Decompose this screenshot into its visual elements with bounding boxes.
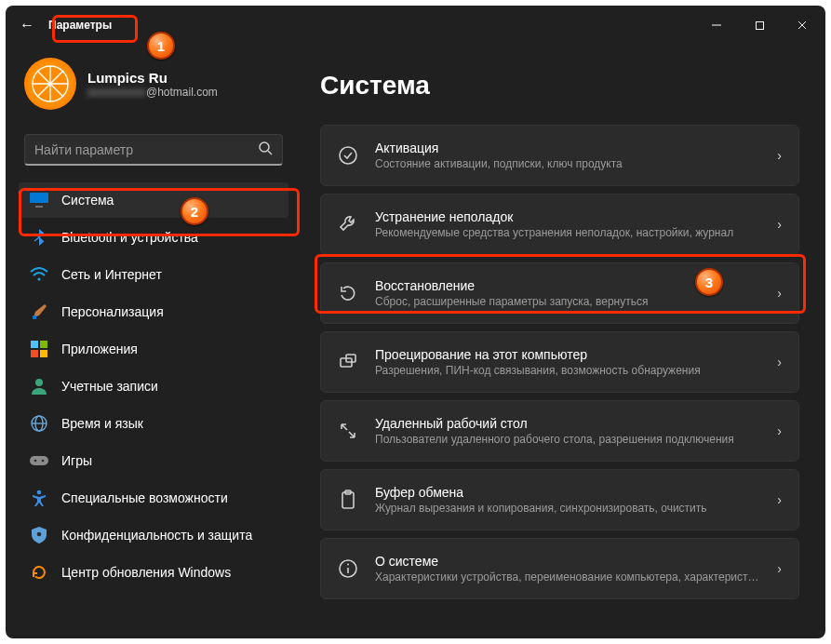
- sidebar-item-personalization[interactable]: Персонализация: [19, 294, 288, 329]
- chevron-right-icon: ›: [777, 561, 782, 576]
- chevron-right-icon: ›: [777, 355, 782, 369]
- sidebar-item-label: Сеть и Интернет: [61, 267, 162, 282]
- minimize-button[interactable]: [695, 10, 738, 40]
- chevron-right-icon: ›: [777, 492, 782, 507]
- card-desc: Характеристики устройства, переименовани…: [375, 570, 760, 584]
- card-desc: Рекомендуемые средства устранения непола…: [375, 226, 760, 239]
- card-troubleshoot[interactable]: Устранение неполадокРекомендуемые средст…: [320, 194, 799, 255]
- back-button[interactable]: ←: [13, 11, 41, 39]
- remote-icon: [338, 421, 358, 441]
- sidebar-item-label: Bluetooth и устройства: [61, 230, 198, 245]
- sidebar-item-label: Игры: [61, 453, 92, 468]
- sidebar-item-time-language[interactable]: Время и язык: [19, 406, 288, 441]
- svg-point-15: [37, 277, 40, 280]
- svg-point-28: [37, 490, 42, 495]
- card-title: Устранение неполадок: [375, 209, 760, 224]
- card-title: Активация: [375, 141, 760, 155]
- maximize-button[interactable]: [738, 10, 781, 40]
- card-title: О системе: [375, 554, 760, 569]
- svg-point-37: [347, 564, 349, 566]
- svg-point-30: [340, 147, 356, 164]
- card-desc: Сброс, расширенные параметры запуска, ве…: [375, 295, 760, 308]
- search-input[interactable]: [34, 142, 258, 157]
- sidebar-item-label: Персонализация: [61, 304, 164, 319]
- sidebar-item-label: Центр обновления Windows: [61, 565, 231, 580]
- card-title: Проецирование на этот компьютер: [375, 347, 760, 362]
- sidebar-item-bluetooth[interactable]: Bluetooth и устройства: [19, 220, 288, 255]
- card-desc: Разрешения, ПИН-код связывания, возможно…: [375, 364, 760, 377]
- card-title: Буфер обмена: [375, 485, 760, 500]
- card-clipboard[interactable]: Буфер обменаЖурнал вырезания и копирован…: [320, 469, 799, 530]
- svg-rect-16: [33, 315, 36, 319]
- svg-rect-17: [31, 341, 38, 348]
- svg-rect-1: [756, 21, 763, 29]
- svg-rect-13: [30, 203, 48, 206]
- card-title: Удаленный рабочий стол: [375, 416, 760, 431]
- settings-cards: АктивацияСостояние активации, подписки, …: [320, 125, 799, 599]
- card-desc: Журнал вырезания и копирования, синхрони…: [375, 502, 760, 515]
- sidebar: Lumpics Ru xxxxxxxxx@hotmail.com Система: [6, 45, 294, 638]
- sidebar-item-system[interactable]: Система: [19, 182, 288, 218]
- sidebar-item-network[interactable]: Сеть и Интернет: [19, 257, 288, 292]
- svg-point-27: [42, 460, 45, 463]
- svg-rect-14: [35, 206, 43, 208]
- person-icon: [30, 377, 48, 396]
- card-desc: Состояние активации, подписки, ключ прод…: [375, 157, 760, 170]
- close-button[interactable]: [781, 10, 824, 40]
- svg-rect-25: [30, 456, 48, 465]
- sidebar-item-label: Система: [61, 193, 114, 208]
- main-content: Система АктивацияСостояние активации, по…: [294, 45, 825, 638]
- profile-block[interactable]: Lumpics Ru xxxxxxxxx@hotmail.com: [24, 58, 288, 110]
- sidebar-item-gaming[interactable]: Игры: [19, 443, 288, 478]
- bluetooth-icon: [30, 228, 48, 247]
- wifi-icon: [30, 265, 48, 284]
- svg-point-21: [35, 379, 43, 386]
- card-recovery[interactable]: ВосстановлениеСброс, расширенные парамет…: [320, 262, 799, 324]
- gamepad-icon: [30, 451, 48, 470]
- nav-list: Система Bluetooth и устройства Сеть и Ин…: [19, 182, 288, 590]
- app-title: Параметры: [48, 19, 112, 32]
- project-icon: [338, 352, 358, 372]
- svg-point-10: [260, 142, 269, 152]
- globe-clock-icon: [30, 414, 48, 433]
- svg-rect-20: [40, 350, 47, 357]
- windows-update-icon: [30, 563, 48, 582]
- svg-line-11: [268, 151, 272, 154]
- search-box[interactable]: [24, 134, 283, 166]
- chevron-right-icon: ›: [777, 217, 782, 232]
- settings-window: ← Параметры Lumpics Ru xxxxxxxxx@hotmail: [6, 6, 825, 638]
- sidebar-item-label: Время и язык: [61, 416, 143, 431]
- titlebar: ← Параметры: [6, 6, 825, 45]
- svg-rect-18: [40, 341, 47, 348]
- wrench-icon: [338, 214, 358, 235]
- page-title: Система: [320, 71, 799, 101]
- check-circle-icon: [338, 145, 358, 166]
- profile-email: xxxxxxxxx@hotmail.com: [87, 86, 218, 99]
- sidebar-item-privacy[interactable]: Конфиденциальность и защита: [19, 517, 288, 553]
- window-controls: [695, 10, 824, 40]
- chevron-right-icon: ›: [777, 286, 782, 301]
- sidebar-item-label: Приложения: [61, 342, 138, 356]
- card-projecting[interactable]: Проецирование на этот компьютерРазрешени…: [320, 331, 799, 393]
- sidebar-item-accounts[interactable]: Учетные записи: [19, 369, 288, 404]
- chevron-right-icon: ›: [777, 423, 782, 438]
- card-title: Восстановление: [375, 278, 760, 293]
- apps-icon: [30, 340, 48, 358]
- avatar: [24, 58, 76, 110]
- accessibility-icon: [30, 489, 48, 507]
- sidebar-item-label: Учетные записи: [61, 379, 158, 394]
- brush-icon: [30, 302, 48, 321]
- card-remote-desktop[interactable]: Удаленный рабочий столПользователи удале…: [320, 400, 799, 462]
- shield-icon: [30, 526, 48, 544]
- search-icon: [258, 141, 273, 159]
- recovery-icon: [338, 283, 358, 303]
- svg-point-29: [37, 532, 42, 537]
- sidebar-item-windows-update[interactable]: Центр обновления Windows: [19, 555, 288, 590]
- sidebar-item-label: Специальные возможности: [61, 490, 228, 505]
- chevron-right-icon: ›: [777, 148, 782, 163]
- card-activation[interactable]: АктивацияСостояние активации, подписки, …: [320, 125, 799, 186]
- card-about[interactable]: О системеХарактеристики устройства, пере…: [320, 538, 799, 599]
- sidebar-item-apps[interactable]: Приложения: [19, 331, 288, 367]
- svg-point-26: [34, 460, 37, 463]
- sidebar-item-accessibility[interactable]: Специальные возможности: [19, 480, 288, 516]
